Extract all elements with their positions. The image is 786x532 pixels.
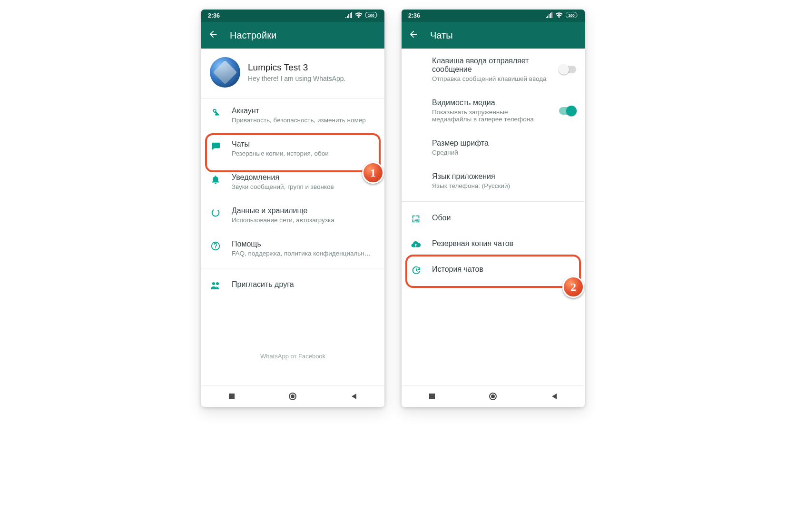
appbar-title: Чаты — [430, 30, 453, 41]
appbar-settings: Настройки — [201, 22, 384, 49]
phone-chats: 2:36 100 Чаты Клавиша ввода отправляет с… — [402, 10, 585, 407]
battery-text: 100 — [368, 13, 374, 18]
appbar-title: Настройки — [230, 30, 276, 41]
signal-icon — [345, 12, 352, 20]
settings-item-account[interactable]: АккаунтПриватность, безопасность, измени… — [201, 99, 384, 132]
settings-item-notifications[interactable]: УведомленияЗвуки сообщений, групп и звон… — [201, 165, 384, 198]
chat-icon — [210, 140, 221, 151]
phone-settings: 2:36 100 Настройки Lumpics Test 3 Hey th… — [201, 10, 384, 407]
wallpaper-icon — [410, 213, 422, 224]
battery-icon: 100 — [365, 12, 378, 20]
status-bar: 2:36 100 — [201, 10, 384, 22]
nav-home-icon[interactable] — [288, 392, 297, 401]
history-icon — [410, 264, 422, 276]
footer-brand: WhatsApp от Facebook — [201, 353, 384, 360]
settings-item-chats[interactable]: ЧатыРезервные копии, история, обои — [201, 132, 384, 165]
avatar — [210, 57, 240, 88]
settings-item-invite[interactable]: Пригласить друга — [201, 271, 384, 299]
back-icon[interactable] — [408, 29, 419, 42]
svg-text:100: 100 — [568, 13, 575, 18]
profile-row[interactable]: Lumpics Test 3 Hey there! I am using Wha… — [201, 49, 384, 98]
svg-point-1 — [211, 208, 221, 218]
chats-item-font-size[interactable]: Размер шрифта Средний — [402, 131, 585, 164]
appbar-chats: Чаты — [402, 22, 585, 49]
chats-item-media-visibility[interactable]: Видимость медиа Показывать загруженные м… — [402, 90, 585, 131]
data-icon — [210, 207, 221, 218]
settings-item-data[interactable]: Данные и хранилищеИспользование сети, ав… — [201, 198, 384, 232]
toggle-enter-sends[interactable] — [559, 66, 576, 73]
people-icon — [210, 279, 221, 291]
status-icons: 100 — [546, 12, 578, 20]
chats-item-wallpaper[interactable]: Обои — [402, 206, 585, 231]
svg-rect-10 — [429, 394, 435, 399]
svg-point-12 — [491, 394, 495, 398]
help-icon — [210, 240, 221, 251]
chats-item-history[interactable]: История чатов — [402, 257, 585, 283]
nav-back-icon[interactable] — [550, 393, 558, 400]
tutorial-stage: 2:36 100 Настройки Lumpics Test 3 Hey th… — [0, 0, 786, 532]
chats-item-backup[interactable]: Резервная копия чатов — [402, 231, 585, 257]
key-icon — [210, 107, 221, 118]
settings-content: Lumpics Test 3 Hey there! I am using Wha… — [201, 49, 384, 385]
nav-back-icon[interactable] — [350, 393, 358, 400]
chats-item-enter-sends[interactable]: Клавиша ввода отправляет сообщение Отпра… — [402, 49, 585, 90]
profile-status: Hey there! I am using WhatsApp. — [248, 75, 345, 82]
chats-item-app-language[interactable]: Язык приложения Язык телефона: (Русский) — [402, 164, 585, 197]
nav-home-icon[interactable] — [489, 392, 497, 401]
wifi-icon — [555, 12, 563, 20]
status-time: 2:36 — [408, 12, 420, 19]
step-badge-1: 1 — [362, 162, 384, 184]
status-bar: 2:36 100 — [402, 10, 585, 22]
svg-point-7 — [291, 394, 295, 398]
profile-name: Lumpics Test 3 — [248, 62, 345, 73]
settings-item-help[interactable]: ПомощьFAQ, поддержка, политика конфиденц… — [201, 232, 384, 265]
svg-point-3 — [212, 282, 215, 285]
android-navbar — [201, 385, 384, 407]
status-time: 2:36 — [208, 12, 220, 19]
wifi-icon — [355, 12, 363, 20]
signal-icon — [546, 12, 552, 20]
step-badge-2: 2 — [562, 276, 584, 298]
cloud-upload-icon — [410, 238, 422, 250]
back-icon[interactable] — [208, 29, 218, 42]
bell-icon — [210, 173, 221, 185]
battery-icon: 100 — [566, 12, 578, 20]
chats-content: Клавиша ввода отправляет сообщение Отпра… — [402, 49, 585, 385]
svg-point-4 — [216, 282, 219, 285]
nav-recent-icon[interactable] — [428, 393, 436, 400]
status-icons: 100 — [345, 12, 378, 20]
svg-rect-5 — [229, 394, 235, 399]
nav-recent-icon[interactable] — [228, 393, 236, 400]
toggle-media-visibility[interactable] — [559, 107, 576, 115]
android-navbar — [402, 385, 585, 407]
